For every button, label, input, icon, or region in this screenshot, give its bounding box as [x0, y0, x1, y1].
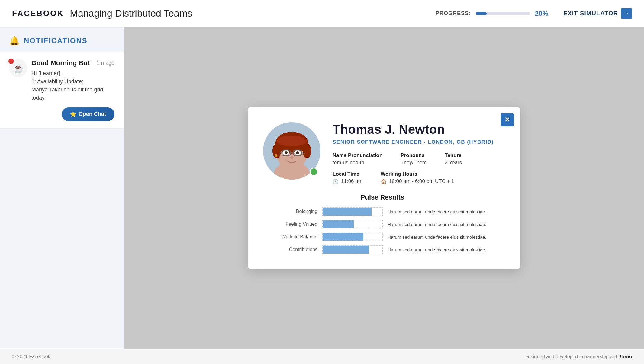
svg-point-19	[275, 154, 277, 157]
pulse-chart: Belonging Harum sed earum unde facere ei…	[263, 207, 502, 254]
notif-line2: 1: Availability Update:	[31, 78, 114, 86]
pulse-row: Feeling Valued Harum sed earum unde face…	[263, 220, 502, 228]
pulse-bar-bg	[322, 207, 383, 216]
profile-job-title: SENIOR SOFTWARE ENGINEER - LONDON, GB (H…	[333, 139, 502, 145]
clock-icon: 🕐	[333, 179, 339, 184]
notif-item-header: ☕ Good Morning Bot 1m ago HI [Learner], …	[9, 59, 114, 121]
pulse-bar-fill	[323, 246, 369, 254]
online-indicator	[310, 168, 318, 176]
exit-label: EXIT SIMULATOR	[563, 10, 618, 17]
working-hours-text: 10:00 am - 6:00 pm UTC + 1	[389, 178, 454, 184]
name-pronunciation-col: Name Pronunciation tom-us noo-tn	[333, 152, 382, 166]
pulse-bar-fill	[323, 233, 363, 241]
svg-point-12	[296, 151, 299, 154]
header: FACEBOOK Managing Distributed Teams PROG…	[0, 0, 644, 27]
pulse-title: Pulse Results	[263, 193, 502, 201]
pulse-section: Pulse Results Belonging Harum sed earum …	[263, 193, 502, 254]
coffee-icon: ☕	[13, 63, 24, 73]
partner-text: Designed and developed in partnership wi…	[524, 354, 620, 359]
profile-avatar-wrap	[263, 122, 320, 180]
copyright: © 2021 Facebook	[12, 354, 50, 359]
progress-label: PROGRESS:	[436, 10, 471, 17]
working-hours-value: 🏠 10:00 am - 6:00 pm UTC + 1	[381, 178, 454, 184]
notification-item: ☕ Good Morning Bot 1m ago HI [Learner], …	[0, 52, 124, 129]
svg-point-11	[285, 151, 288, 154]
progress-bar-fill	[476, 12, 487, 15]
name-pronunciation-label: Name Pronunciation	[333, 152, 382, 158]
main-layout: 🔔 NOTIFICATIONS ☕ Good Morning Bot 1m ag…	[0, 27, 644, 349]
working-hours-col: Working Hours 🏠 10:00 am - 6:00 pm UTC +…	[381, 171, 454, 184]
pulse-row-label: Belonging	[263, 209, 317, 214]
pulse-bar-fill	[323, 208, 372, 216]
local-time-text: 11:06 am	[341, 178, 362, 184]
pronouns-label: Pronouns	[401, 152, 427, 158]
pulse-bar-area	[322, 245, 383, 254]
notif-body: HI [Learner], 1: Availability Update: Ma…	[31, 69, 114, 102]
pulse-bar-area	[322, 233, 383, 241]
pulse-row: Contributions Harum sed earum unde facer…	[263, 245, 502, 254]
pulse-row-desc: Harum sed earum unde facere eius sit mol…	[388, 222, 502, 227]
local-time-col: Local Time 🕐 11:06 am	[333, 171, 362, 184]
progress-section: PROGRESS: 20%	[436, 10, 548, 18]
pulse-bar-fill	[323, 220, 354, 228]
pulse-bar-area	[322, 220, 383, 228]
bot-avatar-wrap: ☕	[9, 59, 27, 77]
header-left: FACEBOOK Managing Distributed Teams	[12, 8, 192, 19]
notif-line1: HI [Learner],	[31, 69, 114, 78]
notif-time: 1m ago	[96, 60, 114, 66]
svg-point-18	[290, 156, 294, 159]
pulse-row-label: Contributions	[263, 247, 317, 252]
footer: © 2021 Facebook Designed and developed i…	[0, 349, 644, 364]
pulse-bar-bg	[322, 233, 383, 241]
pronouns-value: They/Them	[401, 160, 427, 165]
pulse-row-desc: Harum sed earum unde facere eius sit mol…	[388, 247, 502, 252]
sidebar: 🔔 NOTIFICATIONS ☕ Good Morning Bot 1m ag…	[0, 27, 124, 349]
pulse-bar-bg	[322, 245, 383, 254]
local-time-value: 🕐 11:06 am	[333, 178, 362, 184]
pulse-bar-area	[322, 207, 383, 216]
exit-icon: →	[621, 8, 632, 19]
progress-bar-container	[476, 12, 530, 15]
notifications-header: 🔔 NOTIFICATIONS	[0, 27, 124, 52]
facebook-logo: FACEBOOK	[12, 9, 64, 18]
close-button[interactable]: ✕	[501, 113, 514, 126]
notif-line3: Mariya Takeuchi is off the grid today	[31, 86, 114, 102]
progress-percent: 20%	[535, 10, 548, 18]
partner-brand: /forio	[620, 354, 632, 359]
name-pronunciation-value: tom-us noo-tn	[333, 160, 364, 165]
pulse-row-desc: Harum sed earum unde facere eius sit mol…	[388, 209, 502, 214]
notif-name-row: Good Morning Bot 1m ago	[31, 59, 114, 67]
profile-meta: Name Pronunciation tom-us noo-tn Pronoun…	[333, 152, 502, 166]
tenure-label: Tenure	[445, 152, 462, 158]
partner-info: Designed and developed in partnership wi…	[524, 354, 632, 359]
local-time-label: Local Time	[333, 171, 362, 177]
unread-dot	[8, 59, 14, 64]
bot-name: Good Morning Bot	[31, 59, 90, 67]
page-title: Managing Distributed Teams	[70, 8, 192, 19]
pronouns-col: Pronouns They/Them	[401, 152, 427, 166]
profile-top: Thomas J. Newton SENIOR SOFTWARE ENGINEE…	[263, 122, 502, 184]
working-hours-label: Working Hours	[381, 171, 454, 177]
pulse-row: Belonging Harum sed earum unde facere ei…	[263, 207, 502, 216]
star-icon: ⭐	[70, 111, 76, 117]
exit-simulator-button[interactable]: EXIT SIMULATOR →	[563, 8, 632, 19]
profile-time: Local Time 🕐 11:06 am Working Hours 🏠 10…	[333, 171, 502, 184]
pulse-row-desc: Harum sed earum unde facere eius sit mol…	[388, 235, 502, 240]
svg-point-8	[277, 136, 307, 146]
pulse-row-label: Feeling Valued	[263, 222, 317, 227]
home-icon: 🏠	[381, 179, 387, 184]
profile-info: Thomas J. Newton SENIOR SOFTWARE ENGINEE…	[333, 122, 502, 184]
header-right: PROGRESS: 20% EXIT SIMULATOR →	[436, 8, 632, 19]
tenure-col: Tenure 3 Years	[445, 152, 462, 166]
tenure-value: 3 Years	[445, 160, 462, 165]
profile-card: ✕	[248, 107, 520, 269]
pulse-row-label: Worklife Balance	[263, 234, 317, 240]
open-chat-label: Open Chat	[79, 111, 106, 117]
notif-content: Good Morning Bot 1m ago HI [Learner], 1:…	[31, 59, 114, 121]
pulse-bar-bg	[322, 220, 383, 228]
content-area: ✕	[124, 27, 644, 349]
profile-name: Thomas J. Newton	[333, 122, 502, 137]
pulse-row: Worklife Balance Harum sed earum unde fa…	[263, 233, 502, 241]
open-chat-button[interactable]: ⭐ Open Chat	[62, 107, 114, 121]
bell-icon: 🔔	[9, 36, 20, 46]
